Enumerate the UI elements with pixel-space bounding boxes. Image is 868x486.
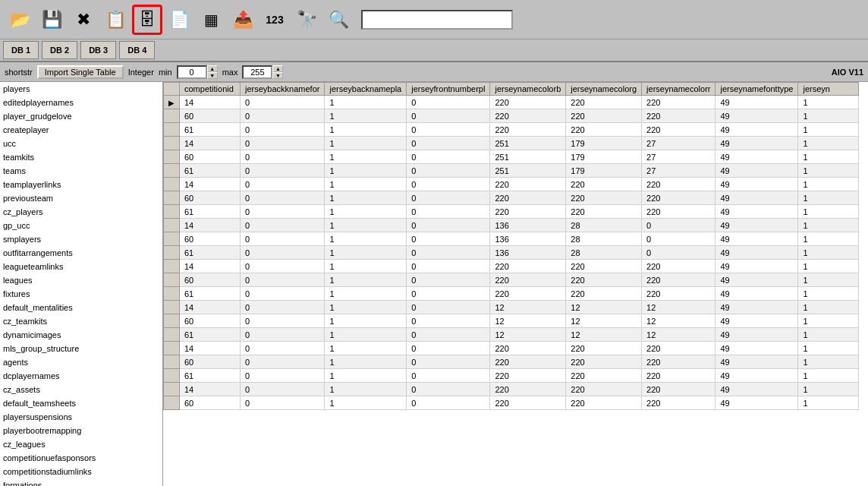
binoculars-icon[interactable]: 🔭 xyxy=(291,5,322,35)
table-row[interactable]: 61010220220220491 xyxy=(164,369,859,383)
max-input[interactable] xyxy=(242,65,272,79)
sidebar-item-dynamicimages[interactable]: dynamicimages xyxy=(0,328,162,342)
min-input[interactable] xyxy=(177,65,207,79)
sidebar-item-dcplayernames[interactable]: dcplayernames xyxy=(0,369,162,383)
table-row[interactable]: 61010220220220491 xyxy=(164,123,859,137)
tab-db2[interactable]: DB 2 xyxy=(42,41,77,59)
close-icon[interactable]: ✖ xyxy=(68,5,99,35)
sidebar-item-cz_teamkits[interactable]: cz_teamkits xyxy=(0,314,162,328)
edit-icon[interactable]: 📋 xyxy=(100,5,131,35)
cell-jerseynamecolorr: 0 xyxy=(642,232,715,246)
sidebar-item-default_teamsheets[interactable]: default_teamsheets xyxy=(0,396,162,410)
sidebar-item-agents[interactable]: agents xyxy=(0,355,162,369)
sidebar-item-leagues[interactable]: leagues xyxy=(0,273,162,287)
cell-jerseybacknamepla: 1 xyxy=(325,96,407,109)
import-single-table-button[interactable]: Import Single Table xyxy=(37,65,124,79)
sidebar-item-mls_group_structure[interactable]: mls_group_structure xyxy=(0,342,162,355)
table-row[interactable]: 61010220220220491 xyxy=(164,205,859,219)
table-row[interactable]: 6101025117927491 xyxy=(164,164,859,178)
table-row[interactable]: 60010220220220491 xyxy=(164,191,859,205)
sidebar-item-fixtures[interactable]: fixtures xyxy=(0,287,162,301)
cell-jerseybacknamepla: 1 xyxy=(325,178,407,191)
sidebar-item-cz_players[interactable]: cz_players xyxy=(0,205,162,219)
sidebar-item-competitionuefasponsors[interactable]: competitionuefasponsors xyxy=(0,451,162,465)
col-header-jerseynamecolorb[interactable]: jerseynamecolorb xyxy=(490,83,566,96)
cell-competitionid: 60 xyxy=(180,109,241,123)
table-row[interactable]: 61010121212491 xyxy=(164,328,859,342)
sidebar-item-teamplayerlinks[interactable]: teamplayerlinks xyxy=(0,178,162,191)
cell-competitionid: 14 xyxy=(180,383,241,396)
sidebar-item-playersuspensions[interactable]: playersuspensions xyxy=(0,410,162,424)
sidebar-item-previousteam[interactable]: previousteam xyxy=(0,191,162,205)
table-row[interactable]: 60010136280491 xyxy=(164,232,859,246)
table-row[interactable]: 61010136280491 xyxy=(164,246,859,260)
table-row[interactable]: 60010220220220491 xyxy=(164,109,859,123)
sidebar-item-teams[interactable]: teams xyxy=(0,164,162,178)
cell-jerseybackknamefor: 0 xyxy=(241,178,325,191)
col-header-jerseynamecolorr[interactable]: jerseynamecolorr xyxy=(642,83,715,96)
tab-db4[interactable]: DB 4 xyxy=(119,41,155,59)
table-row[interactable]: ▶14010220220220491 xyxy=(164,96,859,109)
sidebar-item-teamkits[interactable]: teamkits xyxy=(0,150,162,164)
col-header-jerseyn[interactable]: jerseyn xyxy=(798,83,859,96)
search-icon[interactable]: 🔍 xyxy=(323,5,354,35)
folder-icon[interactable]: 📂 xyxy=(5,5,35,35)
table-row[interactable]: 1401025117927491 xyxy=(164,137,859,150)
sidebar-item-editedplayernames[interactable]: editedplayernames xyxy=(0,96,162,109)
min-spinner-down[interactable]: ▼ xyxy=(207,72,218,79)
cell-competitionid: 14 xyxy=(180,301,241,314)
table-row[interactable]: 60010220220220491 xyxy=(164,355,859,369)
tab-db3[interactable]: DB 3 xyxy=(80,41,116,59)
table-row[interactable]: 14010220220220491 xyxy=(164,342,859,355)
table-row[interactable]: 14010121212491 xyxy=(164,301,859,314)
table-row[interactable]: 14010220220220491 xyxy=(164,260,859,273)
cell-jerseybackknamefor: 0 xyxy=(241,191,325,205)
cell-jerseynamecolorr: 220 xyxy=(642,191,715,205)
sidebar-item-gp_ucc[interactable]: gp_ucc xyxy=(0,219,162,232)
sidebar-item-createplayer[interactable]: createplayer xyxy=(0,123,162,137)
min-spinner-up[interactable]: ▲ xyxy=(207,65,218,72)
cell-jerseyfrontnumberpl: 0 xyxy=(407,314,490,328)
col-header-competitionid[interactable]: competitionid xyxy=(180,83,241,96)
cell-competitionid: 14 xyxy=(180,178,241,191)
export-icon[interactable]: 📤 xyxy=(228,5,258,35)
table-row[interactable]: 61010220220220491 xyxy=(164,287,859,301)
num-icon[interactable]: 123 xyxy=(259,5,290,35)
save-icon[interactable]: 💾 xyxy=(36,5,67,35)
col-header-jerseyfrontnumberpl[interactable]: jerseyfrontnumberpl xyxy=(407,83,490,96)
sidebar-item-players[interactable]: players xyxy=(0,82,162,96)
sidebar-item-player_grudgelove[interactable]: player_grudgelove xyxy=(0,109,162,123)
cell-jerseynamecolorg: 179 xyxy=(566,137,642,150)
table-row[interactable]: 60010121212491 xyxy=(164,314,859,328)
sidebar-item-cz_assets[interactable]: cz_assets xyxy=(0,383,162,396)
sidebar-item-playerbootremapping[interactable]: playerbootremapping xyxy=(0,424,162,437)
col-header-jerseynamecolorg[interactable]: jerseynamecolorg xyxy=(566,83,642,96)
db-icon[interactable]: 🗄 xyxy=(132,5,162,35)
sidebar-item-cz_leagues[interactable]: cz_leagues xyxy=(0,437,162,451)
col-header-jerseynamefonttype[interactable]: jerseynamefonttype xyxy=(715,83,798,96)
sidebar-item-smplayers[interactable]: smplayers xyxy=(0,232,162,246)
max-spinner-up[interactable]: ▲ xyxy=(272,65,283,72)
max-spinner-down[interactable]: ▼ xyxy=(272,72,283,79)
col-header-jerseybacknamepla[interactable]: jerseybacknamepla xyxy=(325,83,407,96)
sidebar-item-formations[interactable]: formations xyxy=(0,478,162,486)
sidebar-item-ucc[interactable]: ucc xyxy=(0,137,162,150)
col-header-jerseybackknamefor[interactable]: jerseybackknamefor xyxy=(241,83,325,96)
copy-icon[interactable]: 📄 xyxy=(164,5,194,35)
cell-jerseynamecolorb: 220 xyxy=(490,260,566,273)
table-icon[interactable]: ▦ xyxy=(196,5,226,35)
tab-db1[interactable]: DB 1 xyxy=(3,41,39,59)
table-row[interactable]: 14010136280491 xyxy=(164,219,859,232)
table-row[interactable]: 14010220220220491 xyxy=(164,383,859,396)
table-row[interactable]: 14010220220220491 xyxy=(164,178,859,191)
table-row[interactable]: 60010220220220491 xyxy=(164,396,859,410)
search-input[interactable] xyxy=(361,10,513,30)
sidebar-item-competitionstadiumlinks[interactable]: competitionstadiumlinks xyxy=(0,465,162,478)
cell-jerseyfrontnumberpl: 0 xyxy=(407,123,490,137)
sidebar-item-default_mentalities[interactable]: default_mentalities xyxy=(0,301,162,314)
sidebar-item-outfitarrangements[interactable]: outfitarrangements xyxy=(0,246,162,260)
table-row[interactable]: 6001025117927491 xyxy=(164,150,859,164)
cell-jerseyfrontnumberpl: 0 xyxy=(407,96,490,109)
table-row[interactable]: 60010220220220491 xyxy=(164,273,859,287)
sidebar-item-leagueteamlinks[interactable]: leagueteamlinks xyxy=(0,260,162,273)
